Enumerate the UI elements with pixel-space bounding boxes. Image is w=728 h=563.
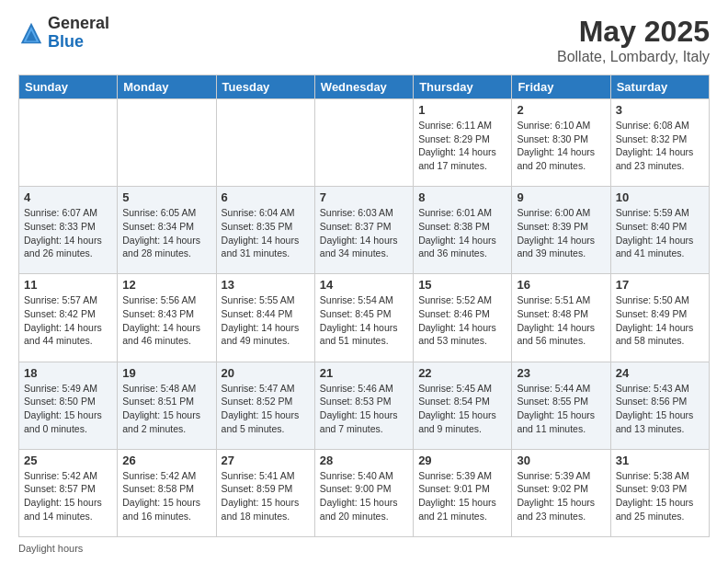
calendar-header-friday: Friday (512, 75, 610, 99)
calendar-header-sunday: Sunday (19, 75, 118, 99)
calendar-cell: 1Sunrise: 6:11 AM Sunset: 8:29 PM Daylig… (414, 99, 512, 187)
day-info: Sunrise: 5:45 AM Sunset: 8:54 PM Dayligh… (418, 382, 506, 436)
calendar-cell: 9Sunrise: 6:00 AM Sunset: 8:39 PM Daylig… (512, 187, 610, 274)
day-number: 16 (517, 278, 605, 292)
calendar-cell (314, 99, 413, 187)
calendar-cell (216, 99, 314, 187)
title-block: May 2025 Bollate, Lombardy, Italy (557, 15, 710, 65)
location-title: Bollate, Lombardy, Italy (557, 49, 710, 65)
calendar-cell: 8Sunrise: 6:01 AM Sunset: 8:38 PM Daylig… (414, 187, 512, 274)
calendar-cell: 26Sunrise: 5:42 AM Sunset: 8:58 PM Dayli… (118, 449, 216, 536)
calendar-cell: 17Sunrise: 5:50 AM Sunset: 8:49 PM Dayli… (610, 274, 709, 362)
logo-general: General (48, 14, 109, 32)
day-number: 22 (418, 366, 506, 380)
calendar-cell: 27Sunrise: 5:41 AM Sunset: 8:59 PM Dayli… (216, 449, 314, 536)
calendar-cell: 28Sunrise: 5:40 AM Sunset: 9:00 PM Dayli… (314, 449, 413, 536)
day-number: 4 (24, 190, 112, 204)
day-number: 11 (24, 278, 112, 292)
calendar-cell: 15Sunrise: 5:52 AM Sunset: 8:46 PM Dayli… (414, 274, 512, 362)
day-number: 25 (24, 454, 112, 467)
day-info: Sunrise: 5:52 AM Sunset: 8:46 PM Dayligh… (418, 293, 506, 348)
day-info: Sunrise: 5:42 AM Sunset: 8:57 PM Dayligh… (24, 469, 112, 523)
calendar-cell: 3Sunrise: 6:08 AM Sunset: 8:32 PM Daylig… (610, 99, 709, 187)
day-info: Sunrise: 6:07 AM Sunset: 8:33 PM Dayligh… (24, 206, 112, 260)
day-number: 17 (616, 278, 704, 292)
calendar-header-wednesday: Wednesday (314, 75, 413, 99)
daylight-label: Daylight hours (18, 543, 83, 554)
calendar-cell: 4Sunrise: 6:07 AM Sunset: 8:33 PM Daylig… (19, 187, 118, 274)
calendar-cell: 6Sunrise: 6:04 AM Sunset: 8:35 PM Daylig… (216, 187, 314, 274)
day-number: 10 (616, 190, 704, 204)
calendar-cell: 2Sunrise: 6:10 AM Sunset: 8:30 PM Daylig… (512, 99, 610, 187)
day-info: Sunrise: 5:47 AM Sunset: 8:52 PM Dayligh… (222, 382, 310, 436)
day-info: Sunrise: 5:51 AM Sunset: 8:48 PM Dayligh… (517, 293, 605, 348)
header: General Blue May 2025 Bollate, Lombardy,… (18, 15, 710, 65)
day-number: 13 (222, 278, 310, 292)
calendar-week-3: 11Sunrise: 5:57 AM Sunset: 8:42 PM Dayli… (19, 274, 710, 362)
day-number: 9 (517, 190, 605, 204)
calendar-cell: 14Sunrise: 5:54 AM Sunset: 8:45 PM Dayli… (314, 274, 413, 362)
calendar-cell: 21Sunrise: 5:46 AM Sunset: 8:53 PM Dayli… (314, 362, 413, 449)
day-info: Sunrise: 6:04 AM Sunset: 8:35 PM Dayligh… (222, 206, 310, 260)
calendar-header-tuesday: Tuesday (216, 75, 314, 99)
day-info: Sunrise: 5:59 AM Sunset: 8:40 PM Dayligh… (616, 206, 704, 260)
calendar-header-thursday: Thursday (414, 75, 512, 99)
day-number: 28 (320, 454, 408, 467)
calendar-cell: 25Sunrise: 5:42 AM Sunset: 8:57 PM Dayli… (19, 449, 118, 536)
calendar-week-4: 18Sunrise: 5:49 AM Sunset: 8:50 PM Dayli… (19, 362, 710, 449)
calendar-cell: 31Sunrise: 5:38 AM Sunset: 9:03 PM Dayli… (610, 449, 709, 536)
day-info: Sunrise: 5:40 AM Sunset: 9:00 PM Dayligh… (320, 469, 408, 523)
logo: General Blue (18, 15, 109, 52)
day-info: Sunrise: 5:57 AM Sunset: 8:42 PM Dayligh… (24, 293, 112, 348)
day-number: 14 (320, 278, 408, 292)
day-number: 12 (122, 278, 210, 292)
calendar-cell: 7Sunrise: 6:03 AM Sunset: 8:37 PM Daylig… (314, 187, 413, 274)
day-number: 6 (222, 190, 310, 204)
calendar-cell: 16Sunrise: 5:51 AM Sunset: 8:48 PM Dayli… (512, 274, 610, 362)
calendar-cell: 5Sunrise: 6:05 AM Sunset: 8:34 PM Daylig… (118, 187, 216, 274)
day-number: 8 (418, 190, 506, 204)
calendar-cell (118, 99, 216, 187)
day-number: 7 (320, 190, 408, 204)
day-info: Sunrise: 5:46 AM Sunset: 8:53 PM Dayligh… (320, 382, 408, 436)
page: General Blue May 2025 Bollate, Lombardy,… (0, 0, 728, 563)
day-number: 18 (24, 366, 112, 380)
day-number: 2 (517, 103, 605, 117)
calendar-header-monday: Monday (118, 75, 216, 99)
day-number: 30 (517, 454, 605, 467)
day-number: 27 (222, 454, 310, 467)
calendar-week-2: 4Sunrise: 6:07 AM Sunset: 8:33 PM Daylig… (19, 187, 710, 274)
footer: Daylight hours (18, 543, 710, 554)
day-info: Sunrise: 5:39 AM Sunset: 9:02 PM Dayligh… (517, 469, 605, 523)
calendar-week-5: 25Sunrise: 5:42 AM Sunset: 8:57 PM Dayli… (19, 449, 710, 536)
day-info: Sunrise: 5:50 AM Sunset: 8:49 PM Dayligh… (616, 293, 704, 348)
day-number: 21 (320, 366, 408, 380)
day-info: Sunrise: 5:39 AM Sunset: 9:01 PM Dayligh… (418, 469, 506, 523)
day-info: Sunrise: 5:44 AM Sunset: 8:55 PM Dayligh… (517, 382, 605, 436)
calendar-cell: 10Sunrise: 5:59 AM Sunset: 8:40 PM Dayli… (610, 187, 709, 274)
day-info: Sunrise: 5:38 AM Sunset: 9:03 PM Dayligh… (616, 469, 704, 523)
calendar-cell: 13Sunrise: 5:55 AM Sunset: 8:44 PM Dayli… (216, 274, 314, 362)
logo-blue: Blue (48, 32, 84, 51)
calendar-header-saturday: Saturday (610, 75, 709, 99)
day-number: 19 (122, 366, 210, 380)
day-number: 29 (418, 454, 506, 467)
calendar-cell: 11Sunrise: 5:57 AM Sunset: 8:42 PM Dayli… (19, 274, 118, 362)
day-number: 1 (418, 103, 506, 117)
day-info: Sunrise: 5:43 AM Sunset: 8:56 PM Dayligh… (616, 382, 704, 436)
day-info: Sunrise: 5:56 AM Sunset: 8:43 PM Dayligh… (122, 293, 210, 348)
calendar-cell: 30Sunrise: 5:39 AM Sunset: 9:02 PM Dayli… (512, 449, 610, 536)
day-number: 15 (418, 278, 506, 292)
day-info: Sunrise: 6:03 AM Sunset: 8:37 PM Dayligh… (320, 206, 408, 260)
calendar-cell: 22Sunrise: 5:45 AM Sunset: 8:54 PM Dayli… (414, 362, 512, 449)
day-info: Sunrise: 6:08 AM Sunset: 8:32 PM Dayligh… (616, 119, 704, 173)
day-number: 31 (616, 454, 704, 467)
month-title: May 2025 (557, 15, 710, 49)
day-number: 24 (616, 366, 704, 380)
calendar-cell: 12Sunrise: 5:56 AM Sunset: 8:43 PM Dayli… (118, 274, 216, 362)
calendar-cell: 29Sunrise: 5:39 AM Sunset: 9:01 PM Dayli… (414, 449, 512, 536)
calendar-cell (19, 99, 118, 187)
calendar-header-row: SundayMondayTuesdayWednesdayThursdayFrid… (19, 75, 710, 99)
calendar-cell: 19Sunrise: 5:48 AM Sunset: 8:51 PM Dayli… (118, 362, 216, 449)
calendar: SundayMondayTuesdayWednesdayThursdayFrid… (18, 75, 710, 537)
